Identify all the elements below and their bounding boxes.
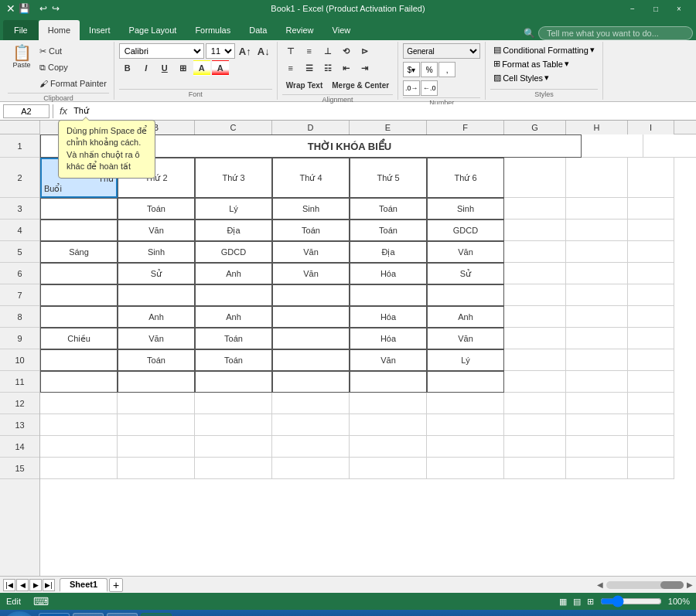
align-left-button[interactable]: ≡ [282,60,299,76]
page-break-icon[interactable]: ⊞ [587,597,594,607]
cell-d3[interactable]: Sinh [272,198,350,220]
row-header-3[interactable]: 3 [0,198,39,220]
cell-f9[interactable]: Văn [427,328,504,349]
cell-b15[interactable] [118,458,195,479]
cell-h8[interactable] [566,306,628,328]
cell-b11[interactable] [118,371,195,393]
cell-b1[interactable]: THỜI KHÓA BIỂU [118,134,582,158]
cell-b12[interactable] [118,393,195,414]
copy-button[interactable]: ⧉ Copy [37,60,109,75]
decrease-decimal-button[interactable]: ←.0 [421,80,438,96]
col-header-f[interactable]: F [427,121,504,134]
col-header-c[interactable]: C [195,121,272,134]
cell-i13[interactable] [628,414,674,436]
col-header-h[interactable]: H [566,121,628,134]
cell-i8[interactable] [628,306,674,328]
cell-i6[interactable] [628,263,674,284]
cell-h12[interactable] [566,393,628,414]
col-header-e[interactable]: E [350,121,427,134]
cell-i10[interactable] [628,349,674,371]
tab-data[interactable]: Data [240,20,276,40]
row-header-15[interactable]: 15 [0,458,39,479]
increase-indent-button[interactable]: ⇥ [357,60,374,76]
formula-input[interactable] [73,104,693,118]
cell-b6[interactable]: Sử [118,263,195,284]
cell-f2[interactable]: Thứ 6 [427,158,504,198]
cell-i2[interactable] [628,158,674,198]
cell-g10[interactable] [504,349,566,371]
cell-g8[interactable] [504,306,566,328]
cell-b13[interactable] [118,414,195,436]
font-color-button[interactable]: A [212,60,229,76]
taskbar-app-excel[interactable]: X [141,613,172,616]
row-header-1[interactable]: 1 [0,134,39,158]
cell-c7[interactable] [195,284,272,306]
cell-d4[interactable]: Toán [272,220,350,241]
cell-c8[interactable]: Anh [195,306,272,328]
cell-g11[interactable] [504,371,566,393]
row-header-5[interactable]: 5 [0,241,39,263]
maximize-button[interactable]: □ [645,0,667,17]
taskbar-app-ie[interactable]: 🌐 [39,613,70,616]
sheet-nav-first[interactable]: |◀ [3,579,15,591]
cell-a6[interactable] [40,263,118,284]
cell-d13[interactable] [272,414,350,436]
sheet-tab-sheet1[interactable]: Sheet1 [60,578,107,592]
decrease-indent-button[interactable]: ⇤ [338,60,355,76]
cell-f5[interactable]: Văn [427,241,504,263]
merge-center-button[interactable]: Merge & Center [328,77,393,93]
cell-b10[interactable]: Toán [118,349,195,371]
cut-button[interactable]: ✂ Cut [37,43,109,59]
increase-decimal-button[interactable]: .0→ [403,80,420,96]
conditional-formatting-button[interactable]: ▤ Conditional Formatting ▾ [490,43,598,56]
tab-formulas[interactable]: Formulas [186,20,240,40]
cell-f8[interactable]: Anh [427,306,504,328]
cell-i7[interactable] [628,284,674,306]
cell-a9[interactable]: Chiều [40,328,118,349]
currency-button[interactable]: $▾ [403,62,420,77]
format-painter-button[interactable]: 🖌 Format Painter [37,76,109,91]
cell-e8[interactable]: Hóa [350,306,427,328]
cell-b5[interactable]: Sinh [118,241,195,263]
cell-g9[interactable] [504,328,566,349]
page-view-icon[interactable]: ▦ [559,597,567,607]
cell-a4[interactable] [40,220,118,241]
cell-f15[interactable] [427,458,504,479]
cell-i14[interactable] [628,436,674,458]
cell-e7[interactable] [350,284,427,306]
tab-insert[interactable]: Insert [80,20,120,40]
wrap-text-button[interactable]: Wrap Text [282,77,326,93]
cell-a5[interactable]: Sáng [40,241,118,263]
taskbar-app-xnview[interactable]: 🖼 [107,613,138,616]
percent-button[interactable]: % [421,62,438,77]
tell-me-input[interactable] [538,26,693,40]
cell-e5[interactable]: Địa [350,241,427,263]
cell-b14[interactable] [118,436,195,458]
cell-f6[interactable]: Sử [427,263,504,284]
row-header-8[interactable]: 8 [0,306,39,328]
scroll-right-icon[interactable]: ▶ [687,580,693,589]
col-header-g[interactable]: G [504,121,566,134]
cell-g6[interactable] [504,263,566,284]
cell-e9[interactable]: Hóa [350,328,427,349]
cell-e15[interactable] [350,458,427,479]
cell-d8[interactable] [272,306,350,328]
text-angle-button[interactable]: ⟲ [338,43,355,59]
layout-view-icon[interactable]: ▤ [573,597,581,607]
cell-i11[interactable] [628,371,674,393]
cell-a10[interactable] [40,349,118,371]
sheet-nav-next[interactable]: ▶ [29,579,42,591]
cell-e3[interactable]: Toán [350,198,427,220]
cell-g7[interactable] [504,284,566,306]
bold-button[interactable]: B [119,60,136,76]
cell-g12[interactable] [504,393,566,414]
paste-button[interactable]: 📋 Paste [8,43,36,70]
cell-h15[interactable] [566,458,628,479]
cell-g5[interactable] [504,241,566,263]
cell-b3[interactable]: Toán [118,198,195,220]
cell-styles-button[interactable]: ▨ Cell Styles ▾ [490,71,598,84]
cell-h2[interactable] [566,158,628,198]
font-family-select[interactable]: Calibri [119,43,204,59]
row-header-9[interactable]: 9 [0,328,39,349]
cell-c2[interactable]: Thứ 3 [195,158,272,198]
